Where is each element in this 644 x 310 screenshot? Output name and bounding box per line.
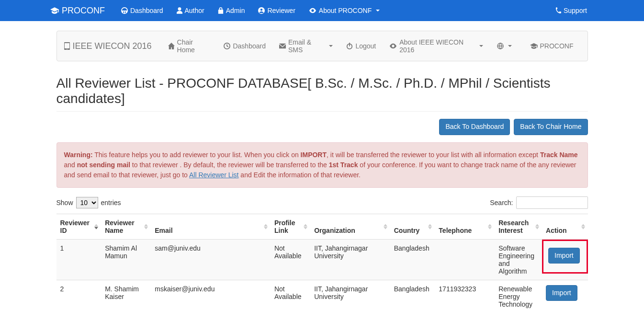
col-reviewer-id[interactable]: Reviewer ID (56, 214, 102, 239)
col-country[interactable]: Country (390, 214, 435, 239)
cell-country: Bangladesh (390, 280, 435, 310)
search-input[interactable] (516, 196, 588, 209)
cell-name: M. Shamim Kaiser (101, 280, 151, 310)
sort-icon (143, 224, 149, 229)
col-profile-link[interactable]: Profile Link (271, 214, 310, 239)
warning-alert: Warning: This feature helps you to add r… (56, 142, 588, 188)
sub-nav-links: Chair Home Dashboard Email & SMS Logout … (161, 31, 490, 61)
sort-icon (487, 224, 493, 229)
col-research-interest[interactable]: Research Interest (495, 214, 542, 239)
user-circle-icon (258, 7, 265, 14)
brand[interactable]: PROCONF (50, 6, 105, 16)
conference-label: IEEE WIECON 2016 (73, 41, 152, 51)
top-navbar: PROCONF Dashboard Author Admin Reviewer … (0, 0, 644, 21)
sort-icon (580, 224, 586, 229)
eye-icon (389, 43, 397, 49)
svg-point-4 (67, 49, 68, 50)
graduation-cap-icon (50, 7, 59, 14)
all-reviewer-list-link[interactable]: All Reviewer List (189, 171, 238, 179)
sort-icon (303, 224, 308, 229)
globe-icon (497, 43, 504, 49)
sort-icon (534, 224, 540, 229)
subnav-globe[interactable] (490, 35, 519, 57)
cell-email: sam@juniv.edu (151, 239, 271, 280)
subnav-chair-home-label: Chair Home (177, 38, 211, 54)
col-action[interactable]: Action (542, 214, 588, 239)
nav-reviewer[interactable]: Reviewer (251, 1, 302, 20)
graduation-cap-icon (530, 43, 538, 49)
subnav-proconf[interactable]: PROCONF (523, 35, 580, 57)
svg-point-1 (260, 9, 262, 11)
lock-icon (218, 7, 224, 14)
sort-icon (263, 224, 269, 229)
alert-warning-label: Warning: (64, 151, 93, 159)
brand-label: PROCONF (62, 6, 105, 16)
col-organization[interactable]: Organization (310, 214, 390, 239)
caret-down-icon (329, 45, 333, 47)
subnav-about-conf[interactable]: About IEEE WIECON 2016 (383, 31, 490, 61)
top-nav-links: Dashboard Author Admin Reviewer About PR… (114, 1, 549, 20)
subnav-email-label: Email & SMS (288, 38, 325, 54)
nav-support-label: Support (564, 7, 587, 14)
search-label: Search: (490, 199, 513, 207)
button-row: Back To Dashboard Back To Chair Home (56, 119, 588, 135)
eye-icon (309, 8, 316, 13)
cell-profile: Not Available (271, 280, 310, 310)
import-button[interactable]: Import (546, 285, 577, 301)
cell-org: IIT, Jahangirnagar University (310, 280, 390, 310)
nav-admin[interactable]: Admin (211, 1, 252, 20)
nav-support[interactable]: Support (549, 1, 594, 20)
col-email[interactable]: Email (151, 214, 271, 239)
nav-admin-label: Admin (226, 7, 245, 14)
page-header: All Reviewer List - PROCONF DATABASE[ B.… (56, 76, 588, 112)
datatable-length: Show 10 entries (56, 197, 121, 208)
subnav-chair-home[interactable]: Chair Home (161, 31, 217, 61)
phone-icon (555, 7, 561, 14)
datatable-search: Search: (490, 196, 588, 209)
subnav-email-sms[interactable]: Email & SMS (272, 31, 339, 61)
top-nav-right: Support (549, 1, 594, 20)
cell-profile: Not Available (271, 239, 310, 280)
cell-action: Import (542, 280, 588, 310)
import-button[interactable]: Import (548, 248, 580, 264)
svg-rect-3 (65, 43, 69, 48)
cell-tel: 1711932323 (435, 280, 495, 310)
subnav-dashboard[interactable]: Dashboard (217, 35, 272, 57)
sub-navbar: IEEE WIECON 2016 Chair Home Dashboard Em… (56, 31, 588, 61)
caret-down-icon (508, 45, 512, 47)
cell-org: IIT, Jahangirnagar University (310, 239, 390, 280)
cell-interest: Renewable Energy Technology (495, 280, 542, 310)
cell-country: Bangladesh (390, 239, 435, 280)
back-dashboard-button[interactable]: Back To Dashboard (439, 119, 510, 135)
caret-down-icon (376, 10, 380, 11)
datatable-controls: Show 10 entries Search: (56, 196, 588, 209)
tablet-icon (64, 42, 70, 50)
nav-dashboard[interactable]: Dashboard (114, 1, 170, 20)
table-row: 2 M. Shamim Kaiser mskaiser@juniv.edu No… (56, 280, 588, 310)
nav-author[interactable]: Author (170, 1, 211, 20)
power-icon (346, 43, 353, 49)
conference-name[interactable]: IEEE WIECON 2016 (64, 41, 152, 51)
home-icon (168, 43, 175, 49)
back-chair-home-button[interactable]: Back To Chair Home (514, 119, 588, 135)
nav-about[interactable]: About PROCONF (302, 1, 386, 20)
cell-id: 2 (56, 280, 102, 310)
envelope-icon (279, 43, 286, 49)
subnav-logout[interactable]: Logout (339, 35, 383, 57)
length-select[interactable]: 10 (76, 197, 98, 208)
col-telephone[interactable]: Telephone (435, 214, 495, 239)
clock-icon (224, 43, 230, 49)
nav-author-label: Author (185, 7, 204, 14)
sort-icon (383, 224, 388, 229)
nav-reviewer-label: Reviewer (267, 7, 295, 14)
sort-icon (427, 224, 433, 229)
reviewer-table: Reviewer ID Reviewer Name Email Profile … (56, 214, 588, 310)
cell-id: 1 (56, 239, 102, 280)
cell-tel (435, 239, 495, 280)
sub-nav-right: PROCONF (490, 35, 580, 57)
entries-label: entries (101, 199, 121, 207)
subnav-dashboard-label: Dashboard (233, 42, 266, 50)
cell-name: Shamim Al Mamun (101, 239, 151, 280)
nav-dashboard-label: Dashboard (130, 7, 163, 14)
col-reviewer-name[interactable]: Reviewer Name (101, 214, 151, 239)
